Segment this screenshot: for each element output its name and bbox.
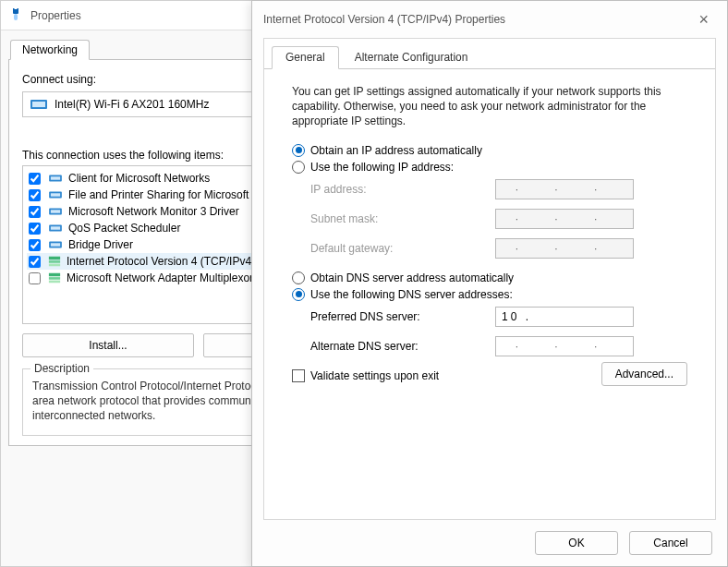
adapter-title: Properties — [30, 9, 81, 22]
ipv4-tabs: General Alternate Configuration — [264, 39, 715, 69]
default-gateway-input: · · · — [495, 238, 634, 259]
svg-rect-15 — [51, 243, 60, 246]
adapter-icon — [48, 206, 63, 217]
svg-rect-7 — [51, 176, 60, 179]
svg-rect-11 — [51, 210, 60, 212]
preferred-dns-label: Preferred DNS server: — [310, 310, 495, 323]
item-label: Client for Microsoft Networks — [68, 172, 210, 185]
description-legend: Description — [30, 362, 93, 375]
radio-ip-manual[interactable]: Use the following IP address: — [292, 161, 687, 174]
protocol-stack-icon — [48, 255, 61, 268]
ipv4-properties-dialog: Internet Protocol Version 4 (TCP/IPv4) P… — [251, 0, 728, 567]
advanced-button[interactable]: Advanced... — [601, 362, 687, 386]
ip-address-label: IP address: — [310, 183, 495, 196]
checkbox-icon — [292, 369, 305, 382]
radio-icon — [292, 271, 305, 284]
default-gateway-label: Default gateway: — [310, 242, 495, 255]
tab-general[interactable]: General — [272, 46, 339, 69]
item-checkbox[interactable] — [29, 223, 41, 235]
cancel-button[interactable]: Cancel — [629, 531, 712, 555]
radio-dns-auto[interactable]: Obtain DNS server address automatically — [292, 271, 687, 284]
radio-icon — [292, 288, 305, 301]
svg-rect-1 — [14, 14, 18, 20]
alternate-dns-input[interactable]: · · · — [495, 336, 634, 356]
adapter-icon — [48, 173, 63, 184]
svg-rect-13 — [51, 226, 60, 229]
close-icon[interactable]: × — [691, 8, 716, 31]
ipv4-title: Internet Protocol Version 4 (TCP/IPv4) P… — [263, 13, 505, 26]
tab-alternate-configuration[interactable]: Alternate Configuration — [341, 46, 482, 68]
item-label: Bridge Driver — [68, 238, 133, 251]
protocol-stack-icon — [48, 271, 61, 284]
item-checkbox[interactable] — [29, 272, 41, 284]
svg-rect-5 — [32, 102, 45, 107]
item-checkbox[interactable] — [29, 206, 41, 218]
radio-icon — [292, 161, 305, 174]
item-checkbox[interactable] — [29, 189, 41, 201]
radio-ip-auto[interactable]: Obtain an IP address automatically — [292, 144, 687, 157]
subnet-mask-label: Subnet mask: — [310, 212, 495, 225]
ip-address-input: · · · — [495, 179, 634, 199]
ipv4-info-text: You can get IP settings assigned automat… — [292, 84, 687, 129]
item-label: Internet Protocol Version 4 (TCP/IPv4) — [67, 255, 255, 268]
radio-dns-manual[interactable]: Use the following DNS server addresses: — [292, 288, 687, 301]
svg-rect-18 — [49, 264, 60, 267]
adapter-icon — [48, 223, 63, 234]
adapter-name: Intel(R) Wi-Fi 6 AX201 160MHz — [55, 98, 209, 111]
item-label: Microsoft Network Monitor 3 Driver — [68, 205, 239, 218]
alternate-dns-label: Alternate DNS server: — [310, 340, 495, 353]
ok-button[interactable]: OK — [535, 531, 618, 555]
install-button[interactable]: Install... — [22, 333, 194, 357]
svg-rect-16 — [49, 257, 60, 260]
adapter-icon — [48, 239, 63, 250]
svg-rect-9 — [51, 193, 60, 196]
item-label: QoS Packet Scheduler — [68, 222, 180, 235]
item-checkbox[interactable] — [29, 239, 41, 251]
svg-rect-21 — [49, 281, 60, 284]
tab-networking[interactable]: Networking — [10, 40, 90, 60]
svg-rect-3 — [18, 8, 19, 11]
item-checkbox[interactable] — [29, 256, 41, 268]
network-plug-icon — [8, 8, 23, 23]
svg-rect-2 — [13, 8, 15, 11]
preferred-dns-input[interactable]: 10 . — [495, 307, 634, 327]
svg-rect-19 — [49, 273, 60, 277]
radio-icon — [292, 144, 305, 157]
adapter-icon — [48, 189, 63, 200]
subnet-mask-input: · · · — [495, 209, 634, 229]
svg-rect-17 — [49, 260, 60, 263]
svg-rect-20 — [49, 277, 60, 280]
nic-icon — [30, 98, 47, 111]
item-checkbox[interactable] — [29, 173, 41, 185]
